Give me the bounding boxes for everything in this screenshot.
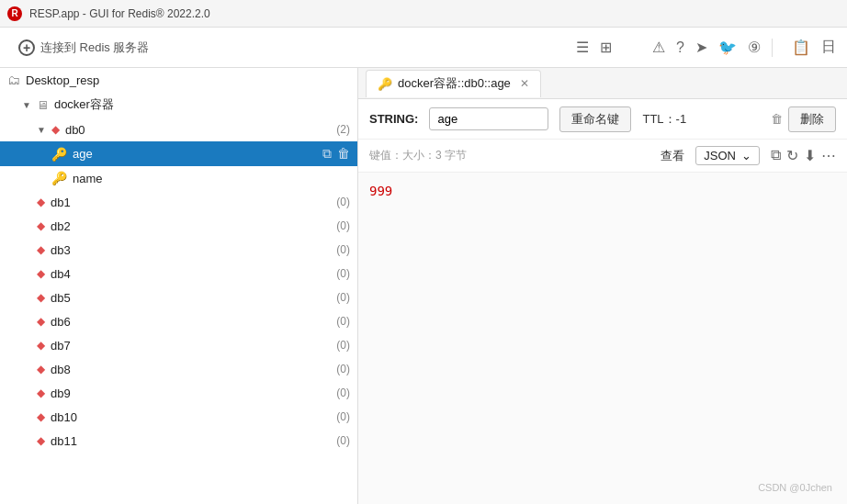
expand-arrow-icon: ▼ [22, 100, 31, 110]
sidebar-db0-label: db0 [65, 123, 331, 137]
sidebar-item-db5[interactable]: ◆ db5 (0) [0, 286, 357, 309]
format-select[interactable]: JSON ⌄ [695, 146, 760, 165]
plus-icon: + [18, 39, 35, 56]
sidebar-item-db8[interactable]: ◆ db8 (0) [0, 357, 357, 381]
sidebar-item-db6[interactable]: ◆ db6 (0) [0, 309, 357, 333]
value-display: 999 [369, 184, 392, 198]
toolbar: + 连接到 Redis 服务器 ☰ ⊞ ⚠ ? ➤ 🐦 ⑨ 📋 日 [0, 28, 847, 68]
db4-count: (0) [336, 267, 350, 280]
tab-age[interactable]: 🔑 docker容器::db0::age ✕ [366, 70, 541, 97]
trash-icon: 🗑 [771, 112, 783, 126]
value-bar: 键值：大小：3 字节 查看 JSON ⌄ ⧉ ↻ ⬇ ⋯ [358, 140, 847, 173]
sidebar-item-db10[interactable]: ◆ db10 (0) [0, 405, 357, 429]
sidebar-item-db2[interactable]: ◆ db2 (0) [0, 214, 357, 238]
db9-count: (0) [336, 386, 350, 399]
db3-icon: ◆ [37, 243, 45, 256]
rename-button[interactable]: 重命名键 [559, 106, 631, 132]
db0-count: (2) [336, 123, 350, 136]
main-layout: 🗂 Desktop_resp ▼ 🖥 docker容器 ▼ ◆ db0 (2) … [0, 68, 847, 504]
key-name-input[interactable] [429, 107, 548, 130]
titlebar: R RESP.app - GUI for Redis® 2022.2.0 [0, 0, 847, 28]
db10-count: (0) [336, 410, 350, 423]
copy-key-button[interactable]: ⧉ [322, 146, 332, 162]
ttl-label: TTL：-1 [642, 111, 686, 128]
layout-icon[interactable]: ⊞ [600, 39, 612, 56]
clipboard-icon[interactable]: 📋 [792, 39, 810, 56]
sidebar-db7-label: db7 [51, 339, 331, 353]
sidebar-item-db3[interactable]: ◆ db3 (0) [0, 238, 357, 262]
sidebar-db4-label: db4 [51, 267, 331, 281]
sidebar-item-db0[interactable]: ▼ ◆ db0 (2) [0, 118, 357, 141]
sidebar-db1-label: db1 [51, 196, 331, 209]
sidebar-db3-label: db3 [51, 243, 331, 257]
sidebar-item-label: docker容器 [54, 96, 350, 113]
db8-icon: ◆ [37, 363, 45, 375]
chevron-down-icon: ⌄ [741, 149, 751, 162]
twitter-icon[interactable]: 🐦 [718, 39, 737, 56]
value-size-info: 键值：大小：3 字节 [369, 148, 467, 163]
sidebar-item-db7[interactable]: ◆ db7 (0) [0, 333, 357, 357]
sidebar-item-db9[interactable]: ◆ db9 (0) [0, 381, 357, 405]
value-actions: ⧉ ↻ ⬇ ⋯ [771, 147, 836, 164]
sidebar-age-label: age [73, 147, 317, 161]
sidebar-item-db1[interactable]: ◆ db1 (0) [0, 190, 357, 214]
db6-count: (0) [336, 315, 350, 328]
tab-key-icon: 🔑 [378, 77, 392, 91]
key-info-bar: STRING: 重命名键 TTL：-1 🗑 删除 [358, 99, 847, 140]
db11-icon: ◆ [37, 434, 45, 447]
sidebar-item-label: Desktop_resp [26, 73, 350, 87]
sidebar-item-docker[interactable]: ▼ 🖥 docker容器 [0, 92, 357, 118]
db6-icon: ◆ [37, 315, 45, 328]
sidebar-item-name[interactable]: 🔑 name [0, 166, 357, 190]
view-label: 查看 [661, 148, 684, 164]
sidebar-item-age[interactable]: 🔑 age ⧉ 🗑 [0, 141, 357, 166]
db4-icon: ◆ [37, 267, 45, 280]
expand-arrow-db0-icon: ▼ [37, 125, 46, 135]
calendar-icon[interactable]: 日 [821, 38, 836, 57]
db8-count: (0) [336, 363, 350, 375]
send-icon[interactable]: ➤ [695, 39, 707, 56]
watermark: CSDN @0Jchen [358, 478, 840, 497]
warning-icon[interactable]: ⚠ [652, 39, 665, 56]
sidebar-db6-label: db6 [51, 315, 331, 329]
sidebar-item-db11[interactable]: ◆ db11 (0) [0, 429, 357, 453]
key-type-label: STRING: [369, 112, 418, 126]
sidebar-db8-label: db8 [51, 363, 331, 376]
db11-count: (0) [336, 434, 350, 447]
delete-button[interactable]: 删除 [788, 106, 836, 132]
more-button[interactable]: ⋯ [821, 147, 836, 164]
refresh-button[interactable]: ↻ [786, 147, 798, 164]
delete-key-button[interactable]: 🗑 [337, 146, 350, 162]
sidebar-age-actions: ⧉ 🗑 [322, 146, 350, 162]
sidebar-item-db4[interactable]: ◆ db4 (0) [0, 262, 357, 286]
sidebar-db2-label: db2 [51, 219, 331, 233]
db7-icon: ◆ [37, 339, 45, 352]
sidebar-item-desktop-resp[interactable]: 🗂 Desktop_resp [0, 68, 357, 92]
help-icon[interactable]: ? [676, 39, 684, 56]
db5-count: (0) [336, 291, 350, 304]
tab-bar: 🔑 docker容器::db0::age ✕ [358, 68, 847, 99]
sidebar-name-label: name [73, 172, 350, 185]
server-layers-icon: 🗂 [7, 73, 20, 87]
db2-count: (0) [336, 219, 350, 232]
sidebar-db9-label: db9 [51, 386, 331, 400]
db7-count: (0) [336, 339, 350, 352]
download-button[interactable]: ⬇ [804, 147, 816, 164]
db10-icon: ◆ [37, 410, 45, 423]
sidebar-db11-label: db11 [51, 434, 331, 448]
app-logo: R [7, 6, 22, 21]
github-icon[interactable]: ⑨ [748, 39, 761, 56]
server-icon: 🖥 [37, 98, 49, 112]
db1-icon: ◆ [37, 196, 45, 208]
sidebar-db10-label: db10 [51, 410, 331, 424]
tab-close-button[interactable]: ✕ [520, 77, 529, 90]
tab-label: docker容器::db0::age [398, 75, 511, 92]
sidebar: 🗂 Desktop_resp ▼ 🖥 docker容器 ▼ ◆ db0 (2) … [0, 68, 358, 504]
db2-icon: ◆ [37, 219, 45, 232]
db-icon: ◆ [51, 123, 60, 136]
connect-button[interactable]: + 连接到 Redis 服务器 [11, 36, 156, 60]
toolbar-right: ☰ ⊞ ⚠ ? ➤ 🐦 ⑨ 📋 日 [576, 38, 836, 57]
db5-icon: ◆ [37, 291, 45, 304]
copy-value-button[interactable]: ⧉ [771, 147, 781, 164]
menu-icon[interactable]: ☰ [576, 39, 589, 56]
